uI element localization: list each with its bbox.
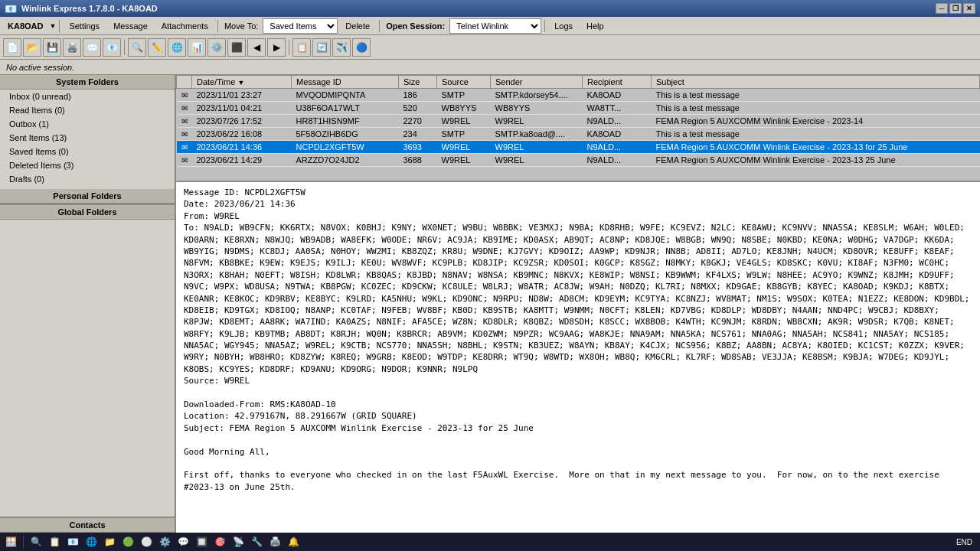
menu-bar: KA8OAD ▼ Settings Message Attachments Mo… — [0, 17, 980, 35]
attachments-menu[interactable]: Attachments — [155, 20, 214, 32]
message-preview[interactable]: Message ID: NCPDL2XGFT5W Date: 2023/06/2… — [176, 182, 980, 533]
cell-recipient: N9ALD... — [583, 115, 652, 128]
toolbar-globe[interactable]: 🌐 — [168, 38, 186, 57]
taskbar-target[interactable]: 🎯 — [212, 534, 227, 549]
taskbar-grid[interactable]: 🔲 — [194, 534, 209, 549]
app-title: Winlink Express 1.7.8.0 - KA8OAD — [21, 4, 158, 13]
toolbar-email[interactable]: 📧 — [103, 38, 121, 57]
menu-separator-4 — [544, 20, 545, 32]
right-panel: Date/Time ▼ Message ID Size Source Sende… — [176, 75, 980, 533]
table-row[interactable]: ✉2023/06/21 14:36NCPDL2XGFT5W3693W9RELW9… — [177, 141, 980, 154]
taskbar-printer[interactable]: 🖨️ — [267, 534, 283, 549]
logs-menu[interactable]: Logs — [548, 20, 579, 32]
toolbar-new[interactable]: 📄 — [3, 38, 21, 57]
minimize-button[interactable]: ─ — [936, 3, 948, 14]
cell-datetime: 2023/11/01 23:27 — [192, 89, 292, 102]
taskbar-search[interactable]: 🔍 — [28, 534, 44, 549]
table-row[interactable]: ✉2023/06/22 16:085F58OZIHB6DG234SMTPSMTP… — [177, 128, 980, 141]
toolbar-settings[interactable]: ⚙️ — [207, 38, 226, 57]
table-row[interactable]: ✉2023/07/26 17:52HR8T1HISN9MF2270W9RELW9… — [177, 115, 980, 128]
cell-datetime: 2023/06/21 14:29 — [192, 154, 292, 167]
status-text: No active session. — [6, 63, 74, 72]
folder-read-items[interactable]: Read Items (0) — [0, 103, 175, 117]
msg-icon: ✉ — [177, 89, 192, 102]
taskbar-chat[interactable]: 💬 — [175, 534, 191, 549]
msg-icon: ✉ — [177, 154, 192, 167]
toolbar-refresh[interactable]: 🔄 — [312, 38, 331, 57]
personal-folders-header: Personal Folders — [0, 189, 175, 204]
session-select[interactable]: Telnet Winlink Pactor Vara HF Vara FM — [449, 18, 541, 34]
cell-subject: FEMA Region 5 AUXCOMM Winlink Exercise -… — [652, 141, 980, 154]
toolbar-print[interactable]: 🖨️ — [63, 38, 81, 57]
taskbar-settings[interactable]: ⚙️ — [157, 534, 172, 549]
move-to-label: Move To: — [221, 21, 261, 31]
taskbar-green[interactable]: 🟢 — [120, 534, 136, 549]
toolbar-send[interactable]: ✈️ — [332, 38, 351, 57]
toolbar-edit[interactable]: ✏️ — [148, 38, 166, 57]
folder-sent-items[interactable]: Sent Items (13) — [0, 131, 175, 145]
taskbar-mail[interactable]: 📧 — [65, 534, 80, 549]
toolbar: 📄 📂 💾 🖨️ ✉️ 📧 🔍 ✏️ 🌐 📊 ⚙️ ⬛ ◀ ▶ 📋 🔄 ✈️ 🔵 — [0, 35, 980, 60]
folder-drafts[interactable]: Drafts (0) — [0, 172, 175, 186]
taskbar-circle[interactable]: ⚪ — [139, 534, 154, 549]
help-menu[interactable]: Help — [580, 20, 610, 32]
cell-message_id: HR8T1HISN9MF — [292, 115, 399, 128]
taskbar-folder[interactable]: 📁 — [102, 534, 117, 549]
col-subject[interactable]: Subject — [652, 76, 980, 89]
menu-separator-2 — [217, 20, 218, 32]
delete-button[interactable]: Delete — [339, 20, 376, 32]
folder-saved-items[interactable]: Saved Items (0) — [0, 145, 175, 158]
cell-size: 234 — [399, 128, 437, 141]
main-content: System Folders Inbox (0 unread) Read Ite… — [0, 75, 980, 533]
col-source[interactable]: Source — [437, 76, 491, 89]
toolbar-compose[interactable]: ✉️ — [83, 38, 101, 57]
folder-deleted-items[interactable]: Deleted Items (3) — [0, 158, 175, 172]
global-folders-header: Global Folders — [0, 205, 175, 220]
callsign-dropdown-icon[interactable]: ▼ — [49, 22, 56, 30]
col-datetime[interactable]: Date/Time ▼ — [192, 76, 292, 89]
restore-button[interactable]: ❐ — [949, 3, 962, 14]
table-row[interactable]: ✉2023/06/21 14:29ARZZD7O24JD23688W9RELW9… — [177, 154, 980, 167]
toolbar-chart[interactable]: 📊 — [188, 38, 206, 57]
close-button[interactable]: ✕ — [963, 3, 975, 14]
title-bar: 📧 Winlink Express 1.7.8.0 - KA8OAD ─ ❐ ✕ — [0, 0, 980, 17]
toolbar-clipboard[interactable]: 📋 — [292, 38, 311, 57]
taskbar-antenna[interactable]: 📡 — [230, 534, 246, 549]
message-list[interactable]: Date/Time ▼ Message ID Size Source Sende… — [176, 75, 980, 182]
taskbar-task[interactable]: 📋 — [47, 534, 62, 549]
table-row[interactable]: ✉2023/11/01 04:21U38F6OA17WLT520WB8YYSWB… — [177, 102, 980, 115]
toolbar-search[interactable]: 🔍 — [128, 38, 146, 57]
col-recipient[interactable]: Recipient — [583, 76, 652, 89]
start-icon[interactable]: 🪟 — [3, 534, 18, 549]
status-bar: No active session. — [0, 60, 980, 75]
move-to-select[interactable]: Inbox Read Items Outbox Sent Items Saved… — [263, 18, 338, 34]
cell-message_id: MVQODMIPQNTA — [292, 89, 399, 102]
toolbar-black[interactable]: ⬛ — [227, 38, 246, 57]
cell-subject: This is a test message — [652, 102, 980, 115]
cell-size: 3688 — [399, 154, 437, 167]
folder-outbox[interactable]: Outbox (1) — [0, 117, 175, 131]
cell-recipient: N9ALD... — [583, 154, 652, 167]
cell-subject: FEMA Region 5 AUXCOMM Winlink Exercise -… — [652, 115, 980, 128]
taskbar-bell[interactable]: 🔔 — [286, 534, 301, 549]
taskbar-wrench[interactable]: 🔧 — [249, 534, 264, 549]
msg-icon: ✉ — [177, 128, 192, 141]
table-row[interactable]: ✉2023/11/01 23:27MVQODMIPQNTA186SMTPSMTP… — [177, 89, 980, 102]
col-messageid[interactable]: Message ID — [292, 76, 399, 89]
settings-menu[interactable]: Settings — [63, 20, 106, 32]
callsign-label[interactable]: KA8OAD — [3, 20, 47, 32]
cell-recipient: N9ALD... — [583, 141, 652, 154]
toolbar-open[interactable]: 📂 — [23, 38, 41, 57]
folder-inbox[interactable]: Inbox (0 unread) — [0, 90, 175, 103]
toolbar-forward[interactable]: ▶ — [267, 38, 286, 57]
taskbar-browser[interactable]: 🌐 — [83, 534, 99, 549]
toolbar-back[interactable]: ◀ — [247, 38, 266, 57]
toolbar-info[interactable]: 🔵 — [352, 38, 371, 57]
title-bar-controls[interactable]: ─ ❐ ✕ — [936, 3, 975, 14]
taskbar-time: END — [952, 538, 977, 546]
message-menu[interactable]: Message — [107, 20, 154, 32]
cell-message_id: 5F58OZIHB6DG — [292, 128, 399, 141]
toolbar-save[interactable]: 💾 — [43, 38, 61, 57]
col-sender[interactable]: Sender — [491, 76, 583, 89]
col-size[interactable]: Size — [399, 76, 437, 89]
